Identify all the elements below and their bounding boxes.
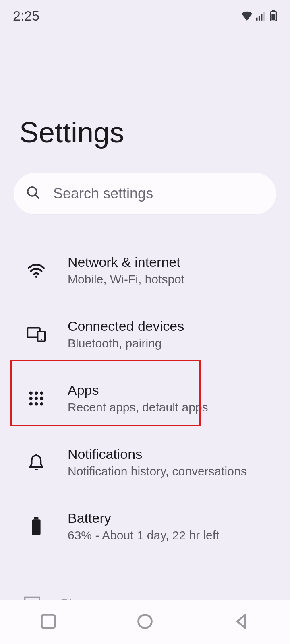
wifi-icon [24,263,48,278]
status-bar: 2:25 [0,0,290,31]
bell-icon [24,454,48,471]
battery-icon [270,10,277,21]
devices-icon [24,327,48,342]
svg-rect-0 [256,18,258,21]
settings-item-battery[interactable]: Battery 63% - About 1 day, 22 hr left [0,494,290,558]
svg-point-16 [29,396,33,400]
item-subtitle: Mobile, Wi-Fi, hotspot [68,272,276,286]
item-subtitle: 63% - About 1 day, 22 hr left [68,528,276,542]
item-title: Notifications [68,446,276,462]
item-title: Apps [68,382,276,398]
svg-point-21 [40,402,43,405]
svg-point-17 [35,396,38,400]
settings-item-connected-devices[interactable]: Connected devices Bluetooth, pairing [0,302,290,366]
svg-rect-28 [42,615,55,628]
svg-point-9 [35,275,37,277]
svg-rect-6 [271,14,275,20]
svg-rect-2 [261,14,263,21]
item-subtitle: Notification history, conversations [68,464,276,478]
settings-item-network[interactable]: Network & internet Mobile, Wi-Fi, hotspo… [0,238,290,302]
search-placeholder: Search settings [53,185,153,202]
item-title: Network & internet [68,254,276,270]
battery-icon [24,517,48,536]
recents-button[interactable] [39,613,57,632]
page-title: Settings [0,31,290,173]
apps-grid-icon [24,391,48,406]
search-settings[interactable]: Search settings [14,173,276,214]
settings-item-apps[interactable]: Apps Recent apps, default apps [0,366,290,430]
home-button[interactable] [136,613,154,632]
settings-item-notifications[interactable]: Notifications Notification history, conv… [0,430,290,494]
signal-icon [256,11,267,21]
svg-rect-1 [259,16,260,21]
svg-point-18 [40,396,43,400]
status-time: 2:25 [13,8,39,24]
svg-point-20 [35,402,38,405]
svg-rect-24 [34,517,39,519]
svg-point-29 [139,615,152,628]
svg-point-15 [40,391,43,394]
svg-point-19 [29,402,33,405]
navigation-bar [0,600,290,644]
svg-rect-3 [263,12,265,21]
item-title: Connected devices [68,318,276,334]
svg-point-14 [35,391,38,394]
search-icon [26,185,41,202]
wifi-icon [241,11,253,21]
status-indicators [241,10,277,21]
svg-point-12 [41,339,42,340]
svg-point-7 [28,187,37,196]
svg-line-8 [35,195,39,199]
item-title: Battery [68,510,276,526]
svg-point-13 [29,391,33,394]
back-button[interactable] [233,613,251,632]
svg-rect-25 [32,519,40,535]
item-subtitle: Recent apps, default apps [68,400,276,414]
item-subtitle: Bluetooth, pairing [68,336,276,350]
